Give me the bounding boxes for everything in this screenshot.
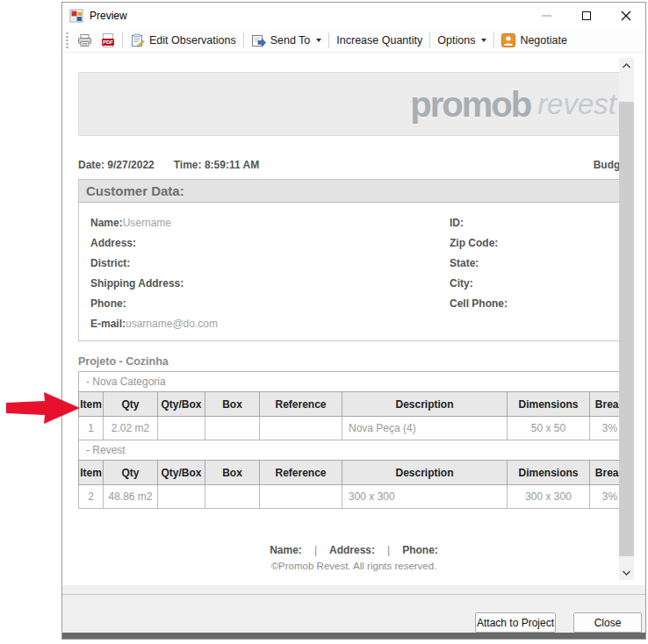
- window-bottom-edge: [62, 633, 645, 639]
- window-title: Preview: [90, 10, 127, 22]
- logo-box: promob revest: [78, 72, 630, 136]
- options-label: Options: [437, 34, 475, 47]
- scroll-down-button[interactable]: [619, 565, 634, 580]
- edit-observations-button[interactable]: Edit Observations: [126, 31, 241, 50]
- toolbar-grip[interactable]: [66, 32, 68, 48]
- customer-field-email: E-mail:usarname@do.com: [90, 314, 218, 334]
- customer-data-header: Customer Data:: [79, 180, 629, 203]
- customer-field-cellphone: Cell Phone:: [450, 294, 508, 314]
- col-item: Item: [79, 461, 104, 485]
- minimize-icon: [542, 15, 551, 17]
- dropdown-caret-icon: [481, 39, 486, 42]
- send-to-label: Send To: [270, 34, 311, 47]
- col-qty: Qty: [104, 461, 158, 485]
- footer-bar: Attach to Project Close: [62, 585, 645, 633]
- vertical-scrollbar[interactable]: [619, 58, 634, 580]
- options-button[interactable]: Options: [433, 31, 491, 50]
- svg-text:PDF: PDF: [103, 39, 113, 45]
- increase-quantity-button[interactable]: Increase Quantity: [332, 31, 427, 50]
- preview-panel: promob revest Date: 9/27/2022 Time: 8:59…: [62, 53, 645, 585]
- window-controls: [527, 3, 645, 29]
- table-row: 1 2.02 m2 Nova Peça (4) 50 x 50 3%: [79, 417, 630, 440]
- customer-left-column: Name:Username Address: District: Shippin…: [90, 213, 218, 334]
- customer-right-column: ID: Zip Code: State: City: Cell Phone:: [450, 213, 508, 314]
- col-description: Description: [342, 392, 508, 417]
- items-table-nova-categoria: Item Qty Qty/Box Box Reference Descripti…: [78, 391, 630, 440]
- customer-field-district: District:: [90, 254, 218, 274]
- customer-field-state: State:: [450, 254, 508, 274]
- table-header-row: Item Qty Qty/Box Box Reference Descripti…: [79, 392, 630, 417]
- titlebar: Preview: [62, 3, 645, 29]
- col-qty: Qty: [104, 392, 158, 417]
- customer-field-shipping-address: Shipping Address:: [90, 274, 218, 294]
- col-description: Description: [342, 461, 508, 485]
- customer-field-phone: Phone:: [90, 294, 218, 314]
- scroll-up-button[interactable]: [619, 58, 634, 73]
- negotiate-person-icon: [501, 33, 515, 47]
- project-title: Projeto - Cozinha: [78, 355, 630, 368]
- time-label: Time:: [174, 159, 202, 171]
- col-dimensions: Dimensions: [508, 392, 590, 417]
- annotation-arrow-icon: [4, 390, 80, 426]
- col-box: Box: [205, 392, 260, 417]
- logo-primary: promob: [410, 87, 530, 122]
- items-table-revest: Item Qty Qty/Box Box Reference Descripti…: [78, 460, 630, 509]
- toolbar-separator: [429, 32, 430, 48]
- preview-window: Preview P: [61, 2, 646, 640]
- scrollbar-thumb[interactable]: [619, 102, 634, 556]
- toolbar: PDF Edit Observations: [62, 29, 645, 53]
- toolbar-separator: [493, 32, 494, 48]
- close-dialog-button[interactable]: Close: [573, 612, 642, 633]
- print-button[interactable]: [73, 31, 97, 50]
- toolbar-separator: [243, 32, 244, 48]
- col-reference: Reference: [260, 392, 342, 417]
- pdf-icon: PDF: [101, 33, 115, 47]
- printer-icon: [77, 33, 92, 47]
- customer-field-id: ID:: [450, 213, 508, 233]
- category-band-nova-categoria: - Nova Categoria: [78, 371, 630, 392]
- logo-secondary: revest: [537, 89, 616, 118]
- dropdown-caret-icon: [316, 39, 321, 42]
- toolbar-separator: [328, 32, 329, 48]
- date-row: Date: 9/27/2022 Time: 8:59:11 AM Budget: [78, 159, 630, 171]
- minimize-button[interactable]: [527, 3, 566, 29]
- customer-field-address: Address:: [90, 233, 218, 254]
- date-label: Date:: [78, 159, 104, 171]
- scroll-down-icon: [623, 570, 630, 576]
- maximize-icon: [582, 11, 591, 20]
- col-reference: Reference: [260, 461, 342, 485]
- attach-to-project-button[interactable]: Attach to Project: [475, 612, 556, 633]
- edit-observations-icon: [130, 33, 145, 47]
- customer-field-city: City:: [450, 274, 508, 294]
- document: promob revest Date: 9/27/2022 Time: 8:59…: [78, 53, 630, 571]
- send-to-icon: [251, 33, 266, 47]
- col-dimensions: Dimensions: [508, 461, 590, 485]
- footer-copyright: ©Promob Revest. All rignts reserved.: [78, 561, 630, 571]
- customer-field-zip: Zip Code:: [450, 233, 508, 254]
- col-qty-box: Qty/Box: [158, 392, 205, 417]
- document-footer: Name:|Address:|Phone: ©Promob Revest. Al…: [78, 544, 630, 571]
- toolbar-separator: [122, 32, 123, 48]
- footer-name-label: Name:: [270, 544, 302, 556]
- customer-field-name: Name:Username: [90, 213, 218, 233]
- footer-divider: [62, 594, 645, 595]
- date-value: 9/27/2022: [107, 159, 154, 171]
- increase-quantity-label: Increase Quantity: [336, 34, 422, 47]
- close-button[interactable]: [606, 3, 645, 29]
- category-band-revest: - Revest: [78, 440, 630, 461]
- negotiate-button[interactable]: Negotiate: [497, 31, 572, 50]
- col-box: Box: [205, 461, 260, 485]
- app-icon: [69, 9, 83, 23]
- export-pdf-button[interactable]: PDF: [97, 31, 119, 50]
- customer-data-section: Customer Data: Name:Username Address: Di…: [78, 179, 630, 341]
- footer-phone-label: Phone:: [402, 544, 438, 556]
- send-to-button[interactable]: Send To: [247, 31, 327, 50]
- close-icon: [621, 11, 631, 21]
- edit-observations-label: Edit Observations: [149, 34, 236, 47]
- time-value: 8:59:11 AM: [205, 159, 259, 171]
- col-qty-box: Qty/Box: [158, 461, 205, 485]
- negotiate-label: Negotiate: [520, 34, 567, 47]
- footer-address-label: Address:: [329, 544, 375, 556]
- maximize-button[interactable]: [566, 3, 606, 29]
- scroll-up-icon: [623, 63, 630, 68]
